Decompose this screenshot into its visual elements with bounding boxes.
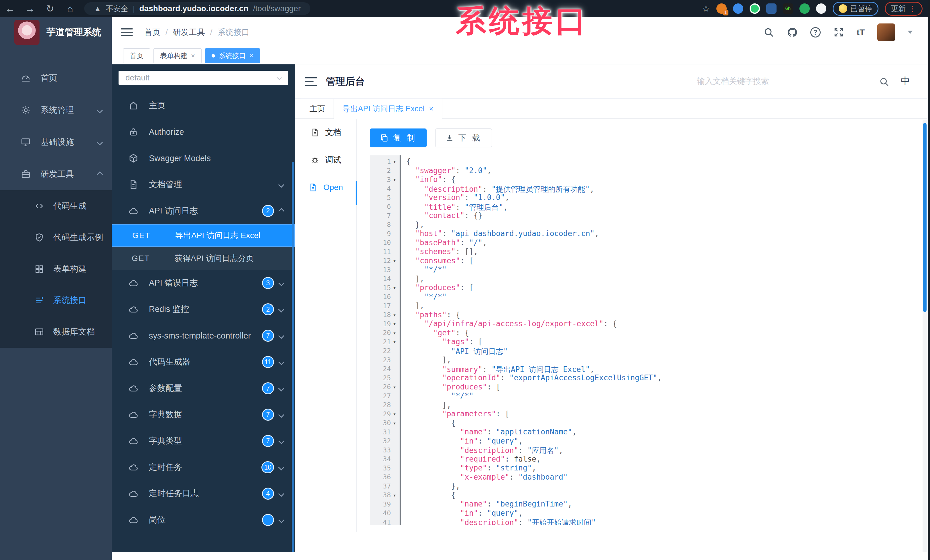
api-endpoint[interactable]: GET 获得API 访问日志分页 bbox=[112, 247, 295, 270]
doc-workspace: 文档 调试 Open 复 制 bbox=[295, 119, 930, 532]
github-icon[interactable] bbox=[787, 27, 798, 38]
chevron-down-icon bbox=[278, 280, 284, 286]
cloud-icon bbox=[128, 357, 139, 367]
extension-badge: 1 bbox=[723, 10, 728, 15]
paused-label: 已暂停 bbox=[850, 4, 873, 14]
sidebar-subitem[interactable]: 数据库文档 bbox=[0, 316, 112, 348]
sidebar-scrollbar[interactable] bbox=[292, 162, 294, 552]
api-nav-home[interactable]: 主页 bbox=[112, 92, 295, 119]
sidebar-subitem[interactable]: 表单构建 bbox=[0, 253, 112, 285]
api-group[interactable]: API 错误日志 3 bbox=[112, 270, 295, 296]
breadcrumb-home[interactable]: 首页 bbox=[144, 27, 160, 38]
cloud-icon bbox=[128, 278, 139, 288]
doc-tab-debug[interactable]: 调试 bbox=[295, 146, 356, 174]
browser-chrome: ← → ↻ ⌂ ▲ 不安全 | dashboard.yudao.iocoder.… bbox=[0, 0, 930, 17]
language-toggle[interactable]: 中 bbox=[901, 75, 910, 87]
sidebar-subitem[interactable]: 代码生成 bbox=[0, 190, 112, 222]
close-icon[interactable]: × bbox=[429, 104, 434, 113]
document-icon bbox=[308, 183, 317, 192]
collapse-nav-icon[interactable] bbox=[305, 75, 317, 88]
bug-icon bbox=[310, 155, 320, 164]
sidebar-toggle-icon[interactable] bbox=[121, 26, 133, 38]
brand-title: 芋道管理系统 bbox=[46, 26, 102, 38]
extension-icon[interactable] bbox=[799, 3, 810, 14]
tag-item[interactable]: 首页 bbox=[123, 48, 150, 63]
submenu-item-icon bbox=[34, 296, 44, 305]
address-bar[interactable]: ▲ 不安全 | dashboard.yudao.iocoder.cn /tool… bbox=[84, 2, 310, 15]
font-size-icon[interactable]: tT bbox=[857, 28, 865, 37]
doc-tab[interactable]: 导出API 访问日志 Excel × bbox=[334, 99, 442, 118]
search-icon[interactable] bbox=[763, 27, 774, 38]
sidebar-item-devtools[interactable]: 研发工具 bbox=[0, 158, 112, 190]
browser-reload-button[interactable]: ↻ bbox=[40, 3, 60, 14]
fullscreen-icon[interactable] bbox=[833, 27, 844, 38]
api-group[interactable]: 定时任务日志 4 bbox=[112, 480, 295, 507]
api-endpoint[interactable]: GET 导出API 访问日志 Excel bbox=[112, 224, 295, 247]
help-icon[interactable]: ? bbox=[810, 27, 821, 37]
api-group-access-log[interactable]: API 访问日志 2 bbox=[112, 198, 295, 224]
code-pane: { "swagger": "2.0", "info": { "descripti… bbox=[400, 155, 922, 525]
extension-icon[interactable] bbox=[750, 3, 760, 14]
download-button[interactable]: 下 载 bbox=[435, 129, 492, 147]
doc-tab-document[interactable]: 文档 bbox=[295, 119, 356, 146]
tag-item[interactable]: 表单构建 × bbox=[154, 48, 202, 63]
sidebar-subitem[interactable]: 代码生成示例 bbox=[0, 222, 112, 253]
doc-search: 中 bbox=[696, 74, 930, 89]
bookmark-star-icon[interactable]: ☆ bbox=[702, 3, 710, 14]
avatar[interactable] bbox=[877, 23, 895, 41]
sidebar-item-infrastructure[interactable]: 基础设施 bbox=[0, 126, 112, 158]
line-number-gutter: 1▾23▾456789101112▾131415▾161718▾19▾20▾21… bbox=[370, 155, 400, 525]
api-group[interactable]: 代码生成器 11 bbox=[112, 349, 295, 375]
tag-item[interactable]: 系统接口 × bbox=[205, 48, 260, 63]
main-sidebar: 芋道管理系统 首页 系统管理 基础设施 研发工具 bbox=[0, 17, 112, 560]
doc-tab-open[interactable]: Open bbox=[295, 174, 356, 201]
api-group[interactable]: 参数配置 7 bbox=[112, 375, 295, 402]
page-scrollbar[interactable] bbox=[922, 120, 927, 552]
count-badge bbox=[262, 514, 274, 526]
main-content: 管理后台 中 主页 导出API 访问日志 Excel × bbox=[295, 64, 930, 560]
avatar-caret-icon[interactable] bbox=[908, 31, 913, 34]
api-nav-authorize[interactable]: Authorize bbox=[112, 119, 295, 145]
api-nav-doc-mgmt[interactable]: 文档管理 bbox=[112, 172, 295, 198]
api-group[interactable]: 岗位 bbox=[112, 507, 295, 533]
scrollbar-thumb[interactable] bbox=[923, 123, 927, 312]
tags-view: 首页 表单构建 × 系统接口 × bbox=[112, 47, 930, 64]
browser-forward-button[interactable]: → bbox=[20, 3, 40, 14]
sidebar-subitem[interactable]: 系统接口 bbox=[0, 285, 112, 316]
api-group[interactable]: Redis 监控 2 bbox=[112, 296, 295, 322]
extension-icon[interactable]: 6h bbox=[783, 3, 793, 14]
api-doc-sidebar: default 主页 Authorize Swagger Models 文档管理… bbox=[112, 64, 295, 552]
page-title: 管理后台 bbox=[326, 75, 365, 88]
api-group[interactable]: 定时任务 10 bbox=[112, 454, 295, 480]
browser-back-button[interactable]: ← bbox=[0, 3, 20, 14]
browser-toolbar: ☆ 1 6h 已暂停 更新 ⋮ bbox=[702, 2, 930, 16]
sidebar-item-system-mgmt[interactable]: 系统管理 bbox=[0, 94, 112, 126]
breadcrumb-devtools[interactable]: 研发工具 bbox=[173, 27, 205, 38]
extension-icon[interactable] bbox=[816, 3, 826, 14]
search-icon[interactable] bbox=[879, 77, 889, 87]
doc-tab[interactable]: 主页 bbox=[301, 99, 334, 118]
browser-home-button[interactable]: ⌂ bbox=[60, 3, 80, 14]
api-group[interactable]: 字典数据 7 bbox=[112, 402, 295, 428]
code-editor[interactable]: 1▾23▾456789101112▾131415▾161718▾19▾20▾21… bbox=[370, 155, 922, 525]
api-group[interactable]: sys-sms-template-controller 7 bbox=[112, 322, 295, 349]
extension-icon[interactable] bbox=[766, 3, 776, 14]
api-nav-swagger-models[interactable]: Swagger Models bbox=[112, 145, 295, 172]
extension-icon[interactable] bbox=[733, 3, 743, 14]
copy-icon bbox=[380, 133, 388, 142]
paused-pill[interactable]: 已暂停 bbox=[833, 2, 878, 16]
sidebar-item-home[interactable]: 首页 bbox=[0, 62, 112, 94]
cloud-icon bbox=[128, 206, 139, 216]
download-icon bbox=[445, 133, 454, 142]
file-icon bbox=[310, 128, 320, 137]
count-badge: 2 bbox=[262, 205, 274, 217]
extension-icon[interactable]: 1 bbox=[716, 3, 727, 14]
copy-button[interactable]: 复 制 bbox=[370, 129, 427, 147]
api-group[interactable]: 字典类型 7 bbox=[112, 428, 295, 454]
update-button[interactable]: 更新 ⋮ bbox=[885, 2, 922, 16]
http-method: GET bbox=[132, 231, 175, 240]
close-icon[interactable]: × bbox=[249, 52, 253, 60]
api-group-select[interactable]: default bbox=[119, 71, 288, 85]
close-icon[interactable]: × bbox=[191, 52, 195, 60]
doc-search-input[interactable] bbox=[696, 74, 868, 89]
